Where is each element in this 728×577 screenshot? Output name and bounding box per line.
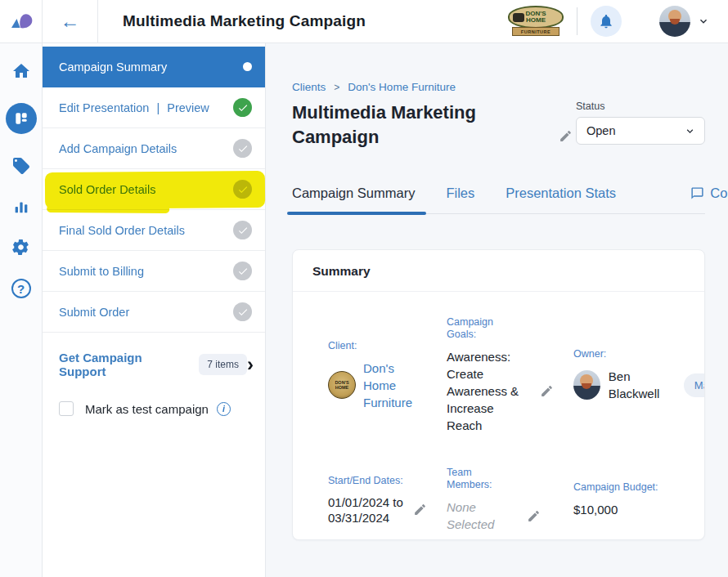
team-value: None Selected (447, 499, 512, 533)
pencil-icon (413, 503, 427, 517)
edit-title-button[interactable] (559, 129, 573, 143)
sidebar-item-add-campaign-details[interactable]: Add Campaign Details (43, 128, 265, 169)
check-pending-icon (233, 139, 252, 158)
check-pending-icon (233, 302, 252, 321)
bar-chart-icon (12, 198, 30, 216)
breadcrumb-clients[interactable]: Clients (292, 81, 326, 93)
field-campaign-goals: Campaign Goals: Awareness: Create Awaren… (447, 316, 573, 434)
client-logo: DON'S HOME FURNITURE (508, 6, 564, 37)
client-logo-ribbon: FURNITURE (512, 27, 559, 36)
client-logo-furniture-art (513, 13, 524, 22)
main-content: Clients > Don's Home Furniture Multimedi… (266, 43, 728, 577)
edit-presentation-link[interactable]: Edit Presentation (59, 101, 149, 114)
client-logo-text2: HOME (526, 17, 546, 24)
thumb-text2: HOME (335, 385, 349, 390)
label-divider: | (156, 101, 160, 114)
dates-value: 01/01/2024 to 03/31/2024 (328, 494, 403, 526)
step-label: Campaign Summary (59, 60, 167, 74)
edit-goals-button[interactable] (540, 384, 554, 398)
summary-fields: Client: DON'S HOME Don's Home Furniture … (293, 292, 704, 533)
tab-comments[interactable]: Comments (690, 186, 728, 213)
step-label: Sold Order Details (59, 183, 155, 196)
step-label: Final Sold Order Details (59, 224, 185, 237)
user-avatar[interactable] (659, 6, 690, 37)
tab-presentation-stats[interactable]: Presentation Stats (506, 186, 616, 213)
goals-label: Campaign Goals: (447, 316, 506, 341)
back-button[interactable]: ← (43, 0, 98, 42)
info-icon[interactable]: i (217, 402, 231, 416)
rail-item-tags[interactable] (0, 156, 43, 176)
icon-rail: ? (0, 43, 43, 577)
tab-comments-label: Comments (710, 186, 728, 201)
rail-item-campaigns-active[interactable] (0, 103, 43, 134)
client-logo-thumb: DON'S HOME (328, 371, 356, 399)
bell-icon (598, 13, 614, 29)
field-client: Client: DON'S HOME Don's Home Furniture (328, 316, 447, 434)
support-label: Get Campaign Support (59, 351, 189, 378)
help-icon: ? (11, 279, 31, 298)
field-budget: Campaign Budget: $10,000 (573, 467, 705, 533)
pencil-icon (559, 129, 573, 143)
sidebar-item-campaign-summary[interactable]: Campaign Summary (43, 47, 265, 87)
notifications-button[interactable] (591, 6, 622, 37)
summary-card: Summary Client: DON'S HOME Don's Home Fu… (292, 249, 705, 540)
active-rail-circle (6, 103, 37, 134)
owner-label: Owner: (573, 348, 705, 360)
active-step-dot-icon (243, 62, 252, 71)
comment-bubble-icon (690, 186, 704, 200)
sidebar-item-sold-order-details[interactable]: Sold Order Details (43, 169, 265, 210)
check-done-icon (233, 98, 252, 117)
preview-link[interactable]: Preview (167, 101, 209, 114)
status-label: Status (576, 101, 705, 112)
gear-icon (11, 238, 30, 257)
chevron-down-icon (697, 15, 710, 28)
check-pending-icon (233, 221, 252, 239)
dates-label: Start/End Dates: (328, 475, 447, 487)
topbar-divider (577, 7, 577, 35)
breadcrumb-client-name[interactable]: Don's Home Furniture (348, 81, 456, 93)
tab-campaign-summary[interactable]: Campaign Summary (292, 186, 415, 213)
check-pending-icon (233, 262, 252, 280)
sidebar-item-submit-to-billing[interactable]: Submit to Billing (43, 251, 265, 292)
pencil-icon (540, 384, 554, 398)
user-menu-button[interactable] (697, 15, 710, 28)
app-logo-icon (9, 11, 34, 32)
owner-name: Ben Blackwell (609, 368, 676, 402)
sidebar-item-final-sold-order-details[interactable]: Final Sold Order Details (43, 210, 265, 251)
rail-item-home[interactable] (0, 61, 43, 81)
status-select[interactable]: Open (576, 117, 705, 145)
mark-test-campaign-checkbox[interactable] (59, 401, 74, 416)
step-label: Add Campaign Details (59, 142, 177, 155)
rail-item-settings[interactable] (0, 238, 43, 257)
rail-item-reports[interactable] (0, 198, 43, 216)
owner-market-badge: Madison (684, 373, 705, 397)
step-label: Submit Order (59, 306, 129, 319)
page-header: Multimedia Marketing Campaign Status Ope… (292, 101, 705, 150)
topbar-actions: DON'S HOME FURNITURE (508, 6, 728, 37)
app-logo[interactable] (0, 0, 43, 42)
campaign-steps-sidebar: Campaign Summary Edit Presentation | Pre… (43, 43, 266, 577)
test-campaign-label: Mark as test campaign (85, 402, 209, 416)
sidebar-item-edit-presentation[interactable]: Edit Presentation | Preview (43, 87, 265, 128)
get-campaign-support-button[interactable]: Get Campaign Support 7 items › (59, 351, 254, 378)
edit-team-button[interactable] (527, 509, 541, 523)
tag-icon (11, 156, 31, 176)
home-icon (11, 61, 31, 81)
client-link[interactable]: Don's Home Furniture (363, 360, 425, 411)
window-title: Multimedia Marketing Campaign (123, 12, 366, 30)
tab-files[interactable]: Files (446, 186, 474, 213)
budget-label: Campaign Budget: (573, 481, 705, 494)
summary-card-title: Summary (293, 250, 704, 292)
sidebar-item-submit-order[interactable]: Submit Order (43, 292, 265, 333)
rail-item-help[interactable]: ? (0, 279, 43, 298)
dashboard-icon (13, 110, 29, 127)
support-items-badge: 7 items (199, 354, 247, 375)
field-owner: Owner: Ben Blackwell Madison (573, 316, 705, 434)
step-label: Submit to Billing (59, 265, 144, 278)
edit-dates-button[interactable] (413, 503, 427, 517)
tab-bar: Campaign Summary Files Presentation Stat… (292, 186, 705, 214)
test-campaign-row: Mark as test campaign i (59, 401, 265, 416)
team-label: Team Members: (447, 467, 506, 491)
status-group: Status Open (576, 101, 705, 150)
owner-avatar (573, 370, 600, 400)
